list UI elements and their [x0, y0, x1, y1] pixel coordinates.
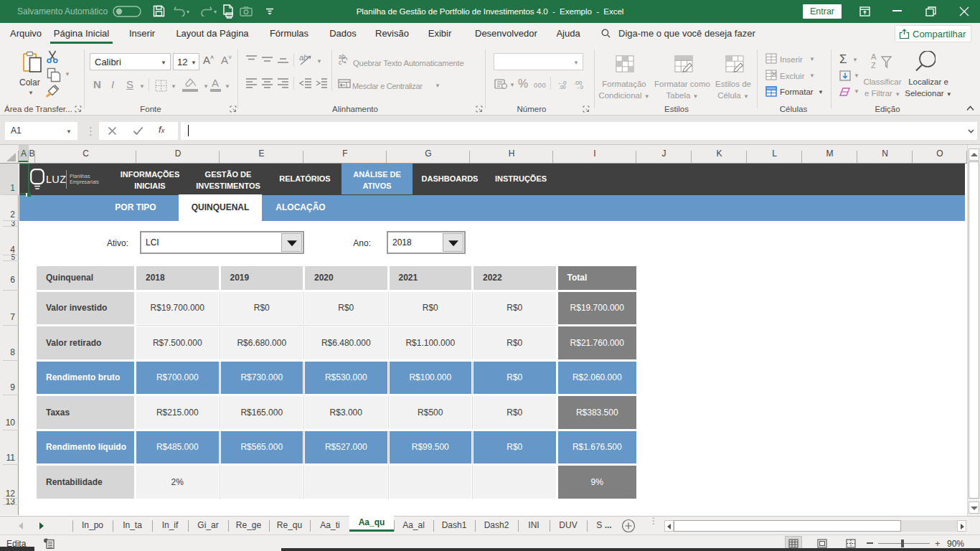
- svg-text:A: A: [871, 52, 877, 61]
- svg-text:ab: ab: [299, 53, 308, 62]
- svg-text:.00: .00: [559, 85, 566, 89]
- svg-text:Z: Z: [871, 61, 876, 70]
- svg-text:→0: →0: [575, 85, 583, 89]
